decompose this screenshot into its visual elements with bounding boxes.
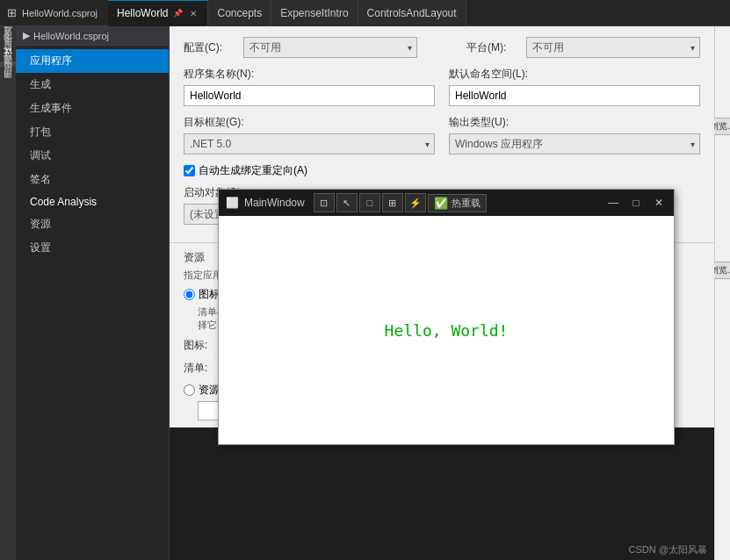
project-arrow: ▶ [23,30,30,41]
right-panel: 浏览... 浏览... [714,26,730,560]
assembly-name-input[interactable] [184,85,435,106]
project-header: ▶ HelloWorld.csproj [16,26,169,46]
activity-bar: 调试 通道 选项卡 窗口 设计 调试器 输出 调用 [0,26,16,560]
float-icon-2[interactable]: ↖ [336,193,358,212]
hot-reload-icon: ✅ [434,197,448,210]
floating-titlebar: ⬜ MainWindow ⊡ ↖ □ ⊞ ⚡ ✅ 热重载 — [219,190,674,216]
project-panel: ▶ HelloWorld.csproj 应用程序 生成 生成事件 打包 调试 签… [16,26,170,560]
win-maximize-btn[interactable]: □ [628,195,644,211]
app-icon: ⊞ [7,6,17,19]
floating-window-title: MainWindow [244,197,305,209]
nav-item-sign[interactable]: 签名 [16,168,169,191]
nav-menu: 应用程序 生成 生成事件 打包 调试 签名 Code Analysis 资源 设… [16,46,169,263]
activity-debug[interactable]: 调试 [0,33,16,39]
manifest-field-label: 清单: [184,361,219,376]
platform-label: 平台(M): [466,40,519,55]
nav-item-resources[interactable]: 资源 [16,212,169,236]
content-area: 配置(C): 不可用 平台(M): 不可用 [170,26,714,560]
hot-reload-label: 热重载 [452,197,481,210]
watermark: CSDN @太阳风暴 [629,543,707,556]
float-icon-1[interactable]: ⊡ [314,193,335,212]
float-icon-bar: ⊡ ↖ □ ⊞ ⚡ ✅ 热重载 [314,193,600,212]
target-framework-label: 目标框架(G): [184,115,435,130]
project-name: HelloWorld.csproj [22,8,98,18]
floating-content: Hello, World! [219,216,674,444]
nav-item-build[interactable]: 生成 [16,73,169,97]
floating-window-icon: ⬜ [226,197,239,209]
tab-pin-icon: 📌 [173,9,183,18]
tab-helloworld-label: HelloWorld [117,7,168,19]
output-type-label: 输出类型(U): [449,115,700,130]
nav-item-build-events[interactable]: 生成事件 [16,97,169,120]
activity-output[interactable]: 输出 [0,75,16,81]
tab-helloworld[interactable]: HelloWorld 📌 ✕ [108,0,208,26]
nav-item-debug[interactable]: 调试 [16,144,169,168]
radio-resource-file[interactable] [184,384,195,396]
tab-expenseit-label: ExpenseItIntro [280,7,348,19]
tab-concepts-label: Concepts [217,7,262,19]
hello-world-text: Hello, World! [385,321,509,340]
tab-expenseit[interactable]: ExpenseItIntro [271,0,358,26]
project-title: HelloWorld.csproj [33,31,109,41]
nav-item-package[interactable]: 打包 [16,120,169,144]
tab-close-btn[interactable]: ✕ [188,8,199,19]
activity-design[interactable]: 设计 [0,61,16,67]
auto-generate-row: 自动生成绑定重定向(A) [184,163,700,178]
activity-window[interactable]: 窗口 [0,54,16,60]
icon-field-label: 图标: [184,338,219,353]
auto-generate-checkbox[interactable] [184,165,195,176]
tab-concepts[interactable]: Concepts [208,0,271,26]
radio-icon-manifest[interactable] [184,289,195,300]
activity-call[interactable]: 调用 [0,83,16,88]
float-icon-5[interactable]: ⚡ [405,193,426,212]
float-icon-4[interactable]: ⊞ [382,193,403,212]
assembly-name-label: 程序集名称(N): [184,67,435,82]
nav-item-settings[interactable]: 设置 [16,236,169,260]
tab-controls[interactable]: ControlsAndLayout [358,0,466,26]
win-minimize-btn[interactable]: — [605,195,621,211]
hot-reload-button[interactable]: ✅ 热重载 [428,194,487,212]
config-label: 配置(C): [184,40,236,55]
default-namespace-input[interactable] [449,85,700,106]
activity-debugger[interactable]: 调试器 [0,68,16,74]
nav-item-app[interactable]: 应用程序 [16,49,169,73]
float-win-controls: — □ ✕ [605,195,667,211]
activity-channel[interactable]: 通道 [0,40,16,46]
config-select[interactable]: 不可用 [243,37,417,58]
output-type-select[interactable]: Windows 应用程序 [449,133,700,154]
auto-generate-label: 自动生成绑定重定向(A) [199,163,307,178]
platform-select[interactable]: 不可用 [526,37,700,58]
tab-controls-label: ControlsAndLayout [367,7,457,19]
nav-item-code-analysis[interactable]: Code Analysis [16,191,169,212]
win-close-btn[interactable]: ✕ [651,195,667,211]
target-framework-select[interactable]: .NET 5.0 [184,133,435,154]
default-namespace-label: 默认命名空间(L): [449,67,700,82]
float-icon-3[interactable]: □ [359,193,380,212]
floating-window: ⬜ MainWindow ⊡ ↖ □ ⊞ ⚡ ✅ 热重载 — [218,189,675,445]
activity-tabs[interactable]: 选项卡 [0,47,16,53]
